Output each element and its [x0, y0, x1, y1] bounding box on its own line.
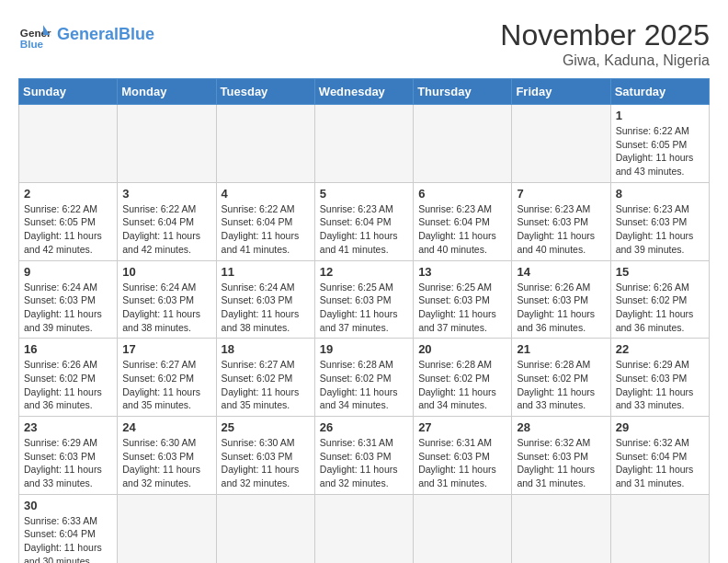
calendar-cell: 13Sunrise: 6:25 AMSunset: 6:03 PMDayligh…: [414, 260, 512, 339]
week-row-5: 30Sunrise: 6:33 AMSunset: 6:04 PMDayligh…: [19, 494, 710, 563]
calendar-cell: 24Sunrise: 6:30 AMSunset: 6:03 PMDayligh…: [118, 417, 216, 495]
logo-blue: Blue: [119, 25, 154, 43]
day-number: 17: [122, 342, 210, 356]
calendar-cell: [118, 494, 216, 563]
day-info: Sunrise: 6:28 AMSunset: 6:02 PMDaylight:…: [320, 358, 408, 412]
day-number: 22: [616, 342, 704, 356]
calendar-cell: 16Sunrise: 6:26 AMSunset: 6:02 PMDayligh…: [19, 339, 118, 417]
day-info: Sunrise: 6:22 AMSunset: 6:05 PMDaylight:…: [616, 124, 704, 178]
weekday-header-sunday: Sunday: [19, 79, 118, 105]
calendar-cell: [216, 105, 314, 183]
weekday-header-saturday: Saturday: [610, 79, 709, 105]
day-info: Sunrise: 6:31 AMSunset: 6:03 PMDaylight:…: [320, 436, 408, 490]
weekday-header-thursday: Thursday: [414, 79, 512, 105]
calendar-cell: 25Sunrise: 6:30 AMSunset: 6:03 PMDayligh…: [216, 417, 314, 495]
calendar-cell: [314, 494, 413, 563]
logo: General Blue GeneralBlue: [18, 18, 154, 52]
calendar-cell: 30Sunrise: 6:33 AMSunset: 6:04 PMDayligh…: [19, 494, 118, 563]
day-info: Sunrise: 6:23 AMSunset: 6:04 PMDaylight:…: [320, 202, 408, 257]
calendar-cell: 21Sunrise: 6:28 AMSunset: 6:02 PMDayligh…: [512, 339, 610, 417]
calendar-cell: 26Sunrise: 6:31 AMSunset: 6:03 PMDayligh…: [314, 417, 413, 495]
calendar-cell: 27Sunrise: 6:31 AMSunset: 6:03 PMDayligh…: [414, 417, 512, 495]
day-number: 14: [517, 265, 605, 279]
day-info: Sunrise: 6:27 AMSunset: 6:02 PMDaylight:…: [122, 358, 210, 412]
day-info: Sunrise: 6:23 AMSunset: 6:03 PMDaylight:…: [517, 202, 605, 257]
day-info: Sunrise: 6:24 AMSunset: 6:03 PMDaylight:…: [222, 281, 310, 335]
week-row-4: 23Sunrise: 6:29 AMSunset: 6:03 PMDayligh…: [19, 417, 710, 495]
calendar-table: SundayMondayTuesdayWednesdayThursdayFrid…: [18, 78, 710, 563]
calendar-cell: [19, 105, 118, 183]
day-info: Sunrise: 6:29 AMSunset: 6:03 PMDaylight:…: [616, 358, 704, 412]
calendar-cell: 22Sunrise: 6:29 AMSunset: 6:03 PMDayligh…: [610, 339, 709, 417]
day-number: 18: [222, 342, 310, 356]
day-number: 27: [418, 420, 506, 434]
weekday-header-row: SundayMondayTuesdayWednesdayThursdayFrid…: [19, 79, 710, 105]
calendar-cell: 1Sunrise: 6:22 AMSunset: 6:05 PMDaylight…: [610, 105, 709, 183]
day-info: Sunrise: 6:26 AMSunset: 6:02 PMDaylight:…: [24, 358, 112, 412]
calendar-subtitle: Giwa, Kaduna, Nigeria: [500, 52, 710, 69]
day-info: Sunrise: 6:26 AMSunset: 6:02 PMDaylight:…: [616, 281, 704, 335]
calendar-cell: 7Sunrise: 6:23 AMSunset: 6:03 PMDaylight…: [512, 182, 610, 260]
logo-icon: General Blue: [18, 18, 51, 52]
calendar-cell: 11Sunrise: 6:24 AMSunset: 6:03 PMDayligh…: [216, 260, 314, 339]
day-info: Sunrise: 6:30 AMSunset: 6:03 PMDaylight:…: [122, 436, 210, 490]
logo-text: GeneralBlue: [57, 26, 154, 44]
calendar-cell: [216, 494, 314, 563]
day-number: 19: [320, 342, 408, 356]
calendar-cell: [414, 105, 512, 183]
calendar-cell: 6Sunrise: 6:23 AMSunset: 6:04 PMDaylight…: [414, 182, 512, 260]
weekday-header-tuesday: Tuesday: [216, 79, 314, 105]
day-info: Sunrise: 6:28 AMSunset: 6:02 PMDaylight:…: [418, 358, 506, 412]
day-info: Sunrise: 6:22 AMSunset: 6:04 PMDaylight:…: [122, 202, 210, 257]
day-number: 9: [24, 265, 112, 279]
calendar-cell: [314, 105, 413, 183]
calendar-cell: 4Sunrise: 6:22 AMSunset: 6:04 PMDaylight…: [216, 182, 314, 260]
day-number: 11: [222, 265, 310, 279]
week-row-1: 2Sunrise: 6:22 AMSunset: 6:05 PMDaylight…: [19, 182, 710, 260]
weekday-header-wednesday: Wednesday: [314, 79, 413, 105]
calendar-cell: 23Sunrise: 6:29 AMSunset: 6:03 PMDayligh…: [19, 417, 118, 495]
day-number: 29: [616, 420, 704, 434]
day-number: 5: [320, 187, 408, 201]
day-number: 10: [122, 265, 210, 279]
day-number: 21: [517, 342, 605, 356]
header: General Blue GeneralBlue November 2025 G…: [18, 18, 710, 69]
calendar-cell: 8Sunrise: 6:23 AMSunset: 6:03 PMDaylight…: [610, 182, 709, 260]
calendar-cell: 20Sunrise: 6:28 AMSunset: 6:02 PMDayligh…: [414, 339, 512, 417]
calendar-cell: 19Sunrise: 6:28 AMSunset: 6:02 PMDayligh…: [314, 339, 413, 417]
calendar-cell: 2Sunrise: 6:22 AMSunset: 6:05 PMDaylight…: [19, 182, 118, 260]
day-number: 20: [418, 342, 506, 356]
calendar-cell: 17Sunrise: 6:27 AMSunset: 6:02 PMDayligh…: [118, 339, 216, 417]
day-number: 12: [320, 265, 408, 279]
calendar-cell: 18Sunrise: 6:27 AMSunset: 6:02 PMDayligh…: [216, 339, 314, 417]
day-number: 2: [24, 187, 112, 201]
calendar-cell: 10Sunrise: 6:24 AMSunset: 6:03 PMDayligh…: [118, 260, 216, 339]
calendar-cell: 9Sunrise: 6:24 AMSunset: 6:03 PMDaylight…: [19, 260, 118, 339]
day-number: 30: [24, 499, 112, 512]
svg-text:Blue: Blue: [20, 38, 44, 50]
day-info: Sunrise: 6:23 AMSunset: 6:03 PMDaylight:…: [616, 202, 704, 257]
calendar-cell: 12Sunrise: 6:25 AMSunset: 6:03 PMDayligh…: [314, 260, 413, 339]
day-info: Sunrise: 6:27 AMSunset: 6:02 PMDaylight:…: [222, 358, 310, 412]
day-info: Sunrise: 6:22 AMSunset: 6:05 PMDaylight:…: [24, 202, 112, 257]
day-number: 7: [517, 187, 605, 201]
calendar-cell: 28Sunrise: 6:32 AMSunset: 6:03 PMDayligh…: [512, 417, 610, 495]
day-info: Sunrise: 6:24 AMSunset: 6:03 PMDaylight:…: [122, 281, 210, 335]
day-number: 28: [517, 420, 605, 434]
week-row-2: 9Sunrise: 6:24 AMSunset: 6:03 PMDaylight…: [19, 260, 710, 339]
day-number: 15: [616, 265, 704, 279]
week-row-0: 1Sunrise: 6:22 AMSunset: 6:05 PMDaylight…: [19, 105, 710, 183]
calendar-cell: 15Sunrise: 6:26 AMSunset: 6:02 PMDayligh…: [610, 260, 709, 339]
day-number: 16: [24, 342, 112, 356]
calendar-cell: [512, 105, 610, 183]
day-number: 8: [616, 187, 704, 201]
day-info: Sunrise: 6:28 AMSunset: 6:02 PMDaylight:…: [517, 358, 605, 412]
calendar-cell: [118, 105, 216, 183]
day-info: Sunrise: 6:31 AMSunset: 6:03 PMDaylight:…: [418, 436, 506, 490]
day-info: Sunrise: 6:32 AMSunset: 6:04 PMDaylight:…: [616, 436, 704, 490]
day-info: Sunrise: 6:25 AMSunset: 6:03 PMDaylight:…: [418, 281, 506, 335]
day-info: Sunrise: 6:32 AMSunset: 6:03 PMDaylight:…: [517, 436, 605, 490]
calendar-cell: 14Sunrise: 6:26 AMSunset: 6:03 PMDayligh…: [512, 260, 610, 339]
day-number: 23: [24, 420, 112, 434]
day-info: Sunrise: 6:33 AMSunset: 6:04 PMDaylight:…: [24, 514, 112, 563]
